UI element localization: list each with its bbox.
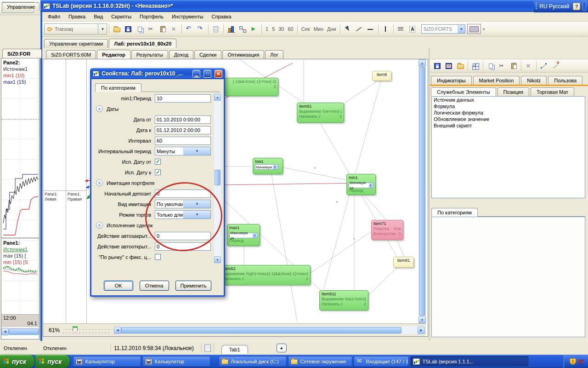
vertical-line-button[interactable] [380,23,391,34]
Item511-block[interactable]: Item511Выражение low1<min1[-2]Начинать с… [319,290,368,310]
transaq-dropdown-icon[interactable]: ▼ [99,23,107,34]
low1-block[interactable]: low1Минимум▼ [253,158,283,174]
trend-line-button[interactable] [354,23,365,34]
collapse-icon[interactable]: ∧ [96,222,103,229]
disconnect-button[interactable] [550,60,561,71]
scroll-up-icon[interactable]: ▲ [418,59,426,67]
unit-button-Мин[interactable]: Мин [312,25,325,33]
field-input[interactable] [155,137,211,145]
Item8-block[interactable]: Item8 [372,71,391,81]
list-item-Логическая формула[interactable]: Логическая формула [432,109,585,116]
toolbar-overflow-icon[interactable]: ▼ [482,28,486,31]
expression-block[interactable]: [-1]&&close[-1]>max[-2]2 [225,78,278,96]
tab-Market Position[interactable]: Market Position [473,76,520,85]
unit-button-Сек[interactable]: Сек [300,25,312,33]
close-button[interactable]: ✕ [215,70,222,78]
start-button[interactable]: пуск [35,355,70,368]
tab-by-categories[interactable]: По категориям [95,83,141,92]
transaq-connect-button[interactable]: Transaq [44,23,98,34]
cursor-button[interactable] [342,23,353,34]
tab-Доход[interactable]: Доход [169,50,193,59]
tab-Результаты[interactable]: Результаты [131,50,168,59]
tab-Служебные Элементы[interactable]: Служебные Элементы [431,87,496,96]
undo-button[interactable] [184,23,195,34]
tab-Редактор[interactable]: Редактор [97,50,130,59]
tab-Сделки[interactable]: Сделки [194,50,222,59]
document-button[interactable] [210,23,221,34]
language-bar-options-icon[interactable] [582,2,586,11]
chevron-down-icon[interactable]: ▼ [253,233,257,238]
field-checkbox[interactable]: ✓ [155,169,161,175]
security-shield-icon[interactable] [570,358,576,365]
background-chart-panel[interactable]: Pane2:Источник1min1 (10)max1 (15) Pane1:… [1,58,40,339]
instrument-combo[interactable]: SiZ0:FORTS ▼ [421,24,465,34]
cut-button[interactable] [146,23,157,34]
delete-button[interactable] [169,23,180,34]
block-select[interactable]: Максимум за▼ [229,233,258,238]
horizontal-line-button[interactable] [365,23,376,34]
flow-export-button[interactable] [237,23,248,34]
tab-Лаб: perov10x10_80x20[interactable]: Лаб: perov10x10_80x20 [109,39,176,48]
add-workspace-tab-button[interactable]: + [277,344,287,352]
scroll-thumb[interactable] [9,328,39,335]
save-button[interactable] [432,60,443,71]
help-icon[interactable]: ? [573,3,580,10]
antivirus-icon[interactable] [579,358,583,365]
workspace-tab[interactable]: Tab1 [221,345,248,354]
paste-button[interactable] [157,23,168,34]
chevron-down-icon[interactable]: ▼ [183,147,210,155]
task-Входящие (147 / 12...[interactable]: Входящие (147 / 12... [354,356,409,367]
task-Локальный диск (C:)[interactable]: Локальный диск (C:) [219,356,287,367]
tab-Управление скриптами[interactable]: Управление скриптами [44,39,108,48]
menu-item-Скрипты[interactable]: Скрипты [107,12,135,21]
Item81-block[interactable]: Item81 [393,257,414,268]
connect-button[interactable] [538,60,549,71]
interval-button-5[interactable]: 5 [270,25,277,33]
tab-Пользова[interactable]: Пользова [548,76,582,85]
collapse-icon[interactable]: ∧ [96,105,103,112]
scroll-right-icon[interactable]: ▶ [418,327,425,334]
dialog-scrollbar[interactable]: ▲ ▼ [214,94,221,263]
scroll-thumb[interactable] [215,170,220,185]
field-input[interactable] [155,94,211,103]
minimize-button[interactable]: ▁ [192,70,200,78]
unit-button-Дни[interactable]: Дни [325,25,338,33]
scroll-up-icon[interactable]: ▲ [214,94,221,101]
main-titlebar[interactable]: TSLab (версия 1.1.16.0:32bit) - <Неназва… [40,0,588,12]
menu-item-Портфель[interactable]: Портфель [136,12,167,21]
copy-button[interactable] [485,60,496,71]
task-Калькулятор[interactable]: Калькулятор [142,356,210,367]
chevron-down-icon[interactable]: ▼ [458,25,465,33]
menu-item-Файл[interactable]: Файл [44,12,64,21]
ok-button[interactable]: OK [104,281,133,291]
interval-button-30[interactable]: 30 [277,25,286,33]
categories-tab[interactable]: По категориям [431,208,478,217]
field-select[interactable]: Минуты▼ [155,147,211,155]
background-chart-hscroll[interactable]: ◀ [1,328,39,335]
tab-upravlenie[interactable]: Управление [2,2,40,11]
save-button[interactable] [123,23,134,34]
start-button-back[interactable]: пуск [0,355,34,368]
copy-button[interactable] [134,23,145,34]
color-swatch-button[interactable] [467,24,481,34]
tab-Nikolz[interactable]: Nikolz [521,76,547,85]
min1-block[interactable]: min1Минимум за▼Период [346,174,376,195]
Item51-block[interactable]: Item51Выражение low<min[-2]Начинать с2 [297,103,344,123]
notebook-icon[interactable] [204,345,211,352]
block-select[interactable]: Минимум▼ [255,164,278,170]
cancel-button[interactable]: Отмена [140,281,169,291]
menu-item-Справка[interactable]: Справка [208,12,235,21]
zoom-slider[interactable] [63,325,111,335]
Item71-block[interactable]: Item71ПокупкаtrueКоличество1 [371,220,403,240]
task-Калькулятор[interactable]: Калькулятор [73,356,141,367]
scroll-down-icon[interactable]: ▼ [418,316,426,323]
scroll-down-icon[interactable]: ▼ [214,256,221,263]
menu-item-Инструменты[interactable]: Инструменты [168,12,207,21]
maximize-button[interactable]: □ [204,70,211,78]
open-folder-button[interactable] [111,23,122,34]
tab-Лог[interactable]: Лог [265,50,283,59]
grid-view-button[interactable] [470,60,481,71]
max1-block[interactable]: max1Максимум за▼Период [227,224,260,246]
field-input[interactable] [155,126,211,134]
save-script-button[interactable] [443,60,454,71]
